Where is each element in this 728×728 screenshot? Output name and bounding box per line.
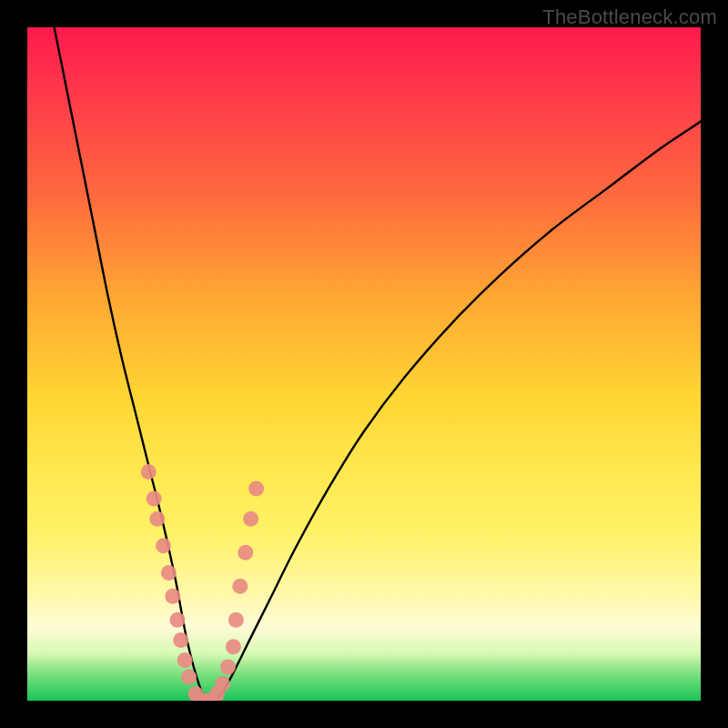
sample-dot — [226, 639, 241, 654]
sample-dot — [147, 491, 162, 507]
sample-dot — [215, 676, 230, 692]
sample-dot — [173, 632, 188, 648]
chart-svg — [27, 27, 701, 701]
chart-frame: TheBottleneck.com — [0, 0, 728, 728]
sample-dot — [228, 612, 244, 628]
sample-dot — [149, 511, 165, 527]
sample-dot — [238, 545, 253, 561]
sample-dot — [161, 565, 177, 581]
bottleneck-curve-line — [55, 27, 701, 701]
sample-dot — [220, 660, 236, 675]
sample-dots-group — [141, 464, 264, 701]
sample-dot — [177, 652, 193, 668]
watermark-text: TheBottleneck.com — [542, 5, 717, 29]
sample-dot — [165, 589, 180, 604]
sample-dot — [170, 612, 186, 628]
sample-dot — [141, 464, 157, 480]
sample-dot — [181, 670, 197, 685]
plot-area — [27, 27, 701, 701]
sample-dot — [248, 480, 264, 496]
sample-dot — [232, 579, 248, 594]
sample-dot — [156, 538, 171, 553]
sample-dot — [243, 511, 258, 527]
